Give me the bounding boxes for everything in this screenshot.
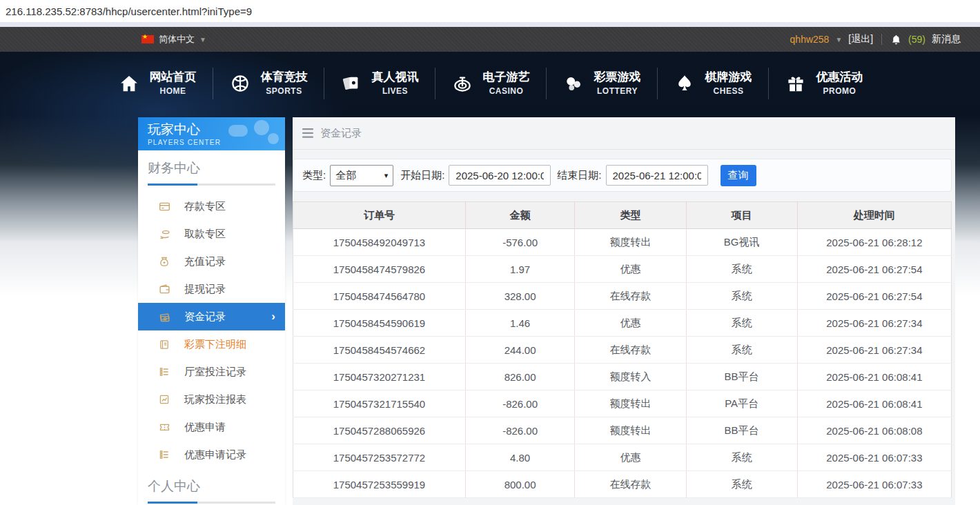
language-label: 简体中文	[159, 33, 195, 46]
bell-icon[interactable]	[890, 34, 902, 46]
browser-address-bar[interactable]: 216.118.235.52:8783/hhcp/usercenter.html…	[0, 0, 980, 22]
table-cell: 额度转出	[575, 417, 686, 444]
browser-chrome-strip	[0, 22, 980, 27]
language-selector[interactable]: 简体中文 ▼	[141, 27, 206, 52]
end-date-label: 结束日期:	[557, 169, 601, 182]
table-row: 1750457321715540-826.00额度转出PA平台2025-06-2…	[293, 390, 952, 417]
breadcrumb-label: 资金记录	[320, 127, 362, 140]
sidebar-item-label: 厅室投注记录	[184, 366, 246, 379]
table-cell: 1750458454590619	[293, 310, 466, 337]
table-cell: 优惠	[575, 310, 686, 337]
table-cell: 2025-06-21 06:28:12	[797, 229, 951, 256]
nav-label-en: CHESS	[714, 86, 744, 96]
table-cell: 2025-06-21 06:07:33	[797, 471, 951, 498]
nav-item-lottery[interactable]: 彩票游戏LOTTERY	[546, 63, 657, 104]
sidebar-item-deposit-zone[interactable]: 存款专区	[138, 192, 285, 220]
new-messages-link[interactable]: 新消息	[932, 33, 961, 46]
topbar-right: qhhw258 ▼ [退出] (59) 新消息	[790, 27, 961, 52]
lottery-balls-icon	[562, 72, 585, 95]
nav-item-casino[interactable]: 电子游艺CASINO	[435, 63, 546, 104]
table-cell: 4.80	[465, 444, 574, 471]
section-underline	[148, 184, 275, 186]
sidebar-item-player-bet-report[interactable]: 玩家投注报表	[138, 386, 285, 413]
table-cell: PA平台	[686, 390, 797, 417]
nav-item-chess[interactable]: 棋牌游戏CHESS	[657, 63, 768, 104]
table-cell: 800.00	[465, 471, 574, 498]
table-cell: 1750457320271231	[293, 364, 466, 390]
table-cell: 2025-06-21 06:27:34	[797, 310, 951, 337]
nav-item-text: 棋牌游戏CHESS	[705, 70, 752, 95]
ticket-icon	[159, 421, 171, 433]
table-cell: 系统	[686, 337, 797, 364]
table-row: 1750457253559919800.00在线存款系统2025-06-21 0…	[293, 471, 952, 498]
sidebar-item-promo-application-records[interactable]: 优惠申请记录	[138, 441, 285, 468]
table-cell: 额度转出	[575, 229, 686, 256]
type-select[interactable]: 全部 ▾	[330, 165, 393, 186]
nav-label-en: HOME	[160, 86, 186, 96]
divider	[881, 34, 882, 45]
table-row: 1750458454574662244.00在线存款系统2025-06-21 0…	[293, 337, 952, 364]
message-count-badge[interactable]: (59)	[908, 34, 925, 45]
list-icon	[159, 448, 171, 461]
nav-item-sports[interactable]: 体育竞技SPORTS	[213, 63, 324, 104]
table-cell: 2025-06-21 06:07:33	[797, 444, 951, 471]
table-cell: 1.97	[465, 256, 574, 283]
table-cell: 1750457321715540	[293, 390, 466, 417]
sports-ball-icon	[228, 72, 252, 95]
table-cell: 1750457253572772	[293, 444, 466, 471]
sidebar-items-finance: 存款专区取款专区充值记录提现记录资金记录›彩票下注明细厅室投注记录玩家投注报表优…	[138, 188, 285, 468]
logout-link[interactable]: [退出]	[848, 33, 873, 46]
column-header: 处理时间	[797, 202, 951, 229]
username-dropdown[interactable]: qhhw258	[790, 34, 830, 45]
table-cell: 2025-06-21 06:08:41	[797, 390, 951, 417]
table-cell: 在线存款	[575, 337, 686, 364]
sidebar-item-label: 玩家投注报表	[184, 393, 246, 406]
chevron-down-icon[interactable]: ▼	[835, 36, 842, 43]
table-row: 1750458474564780328.00在线存款系统2025-06-21 0…	[293, 283, 952, 310]
nav-item-text: 电子游艺CASINO	[483, 70, 530, 95]
table-cell: 1750458474564780	[293, 283, 466, 310]
table-cell: 系统	[686, 283, 797, 310]
sidebar-item-withdrawal-records[interactable]: 提现记录	[138, 275, 285, 303]
menu-icon[interactable]	[302, 128, 313, 138]
nav-label-en: PROMO	[823, 86, 856, 96]
nav-item-promo[interactable]: 优惠活动PROMO	[768, 63, 879, 104]
nav-label-cn: 体育竞技	[261, 70, 308, 84]
funds-table: 订单号金额类型项目处理时间 1750458492049713-576.00额度转…	[293, 201, 952, 498]
sidebar-item-label: 优惠申请	[184, 421, 226, 434]
end-date-input[interactable]	[606, 165, 708, 186]
sidebar-item-recharge-records[interactable]: 充值记录	[138, 248, 285, 275]
section-heading: 财务中心	[148, 159, 275, 184]
table-cell: 2025-06-21 06:08:41	[797, 364, 951, 390]
table-cell: 2025-06-21 06:27:54	[797, 283, 951, 310]
nav-label-en: SPORTS	[266, 86, 302, 96]
deposit-card-icon	[159, 200, 171, 212]
nav-item-lives[interactable]: 真人视讯LIVES	[324, 63, 435, 104]
main-content: 资金记录 类型: 全部 ▾ 开始日期: 结束日期: 查询 订单号金额类型项目处理…	[293, 117, 955, 505]
nav-item-text: 体育竞技SPORTS	[261, 70, 308, 95]
nav-item-text: 真人视讯LIVES	[372, 70, 419, 95]
table-cell: 系统	[686, 256, 797, 283]
table-cell: 2025-06-21 06:08:08	[797, 417, 951, 444]
table-cell: -826.00	[465, 390, 574, 417]
nav-label-cn: 彩票游戏	[594, 70, 641, 84]
wallet-icon	[159, 283, 171, 295]
section-underline	[148, 502, 275, 504]
sidebar-item-promo-application[interactable]: 优惠申请	[138, 413, 285, 441]
search-button[interactable]: 查询	[721, 165, 756, 186]
withdraw-hand-icon	[159, 228, 171, 240]
home-icon	[117, 72, 141, 95]
table-cell: 1750457253559919	[293, 471, 466, 498]
sidebar-item-withdraw-zone[interactable]: 取款专区	[138, 220, 285, 248]
table-cell: 1750458454574662	[293, 337, 466, 364]
sidebar-item-funds-records[interactable]: 资金记录›	[138, 303, 285, 330]
column-header: 订单号	[293, 202, 466, 229]
table-cell: 系统	[686, 471, 797, 498]
sidebar-item-hall-bet-records[interactable]: 厅室投注记录	[138, 358, 285, 386]
table-cell: 在线存款	[575, 471, 686, 498]
start-date-input[interactable]	[449, 165, 551, 186]
main-nav: 网站首页HOME体育竞技SPORTS真人视讯LIVES电子游艺CASINO彩票游…	[0, 52, 980, 115]
nav-item-home[interactable]: 网站首页HOME	[101, 63, 213, 104]
nav-label-en: LOTTERY	[597, 86, 638, 96]
sidebar-item-lottery-bet-details[interactable]: 彩票下注明细	[138, 330, 285, 358]
